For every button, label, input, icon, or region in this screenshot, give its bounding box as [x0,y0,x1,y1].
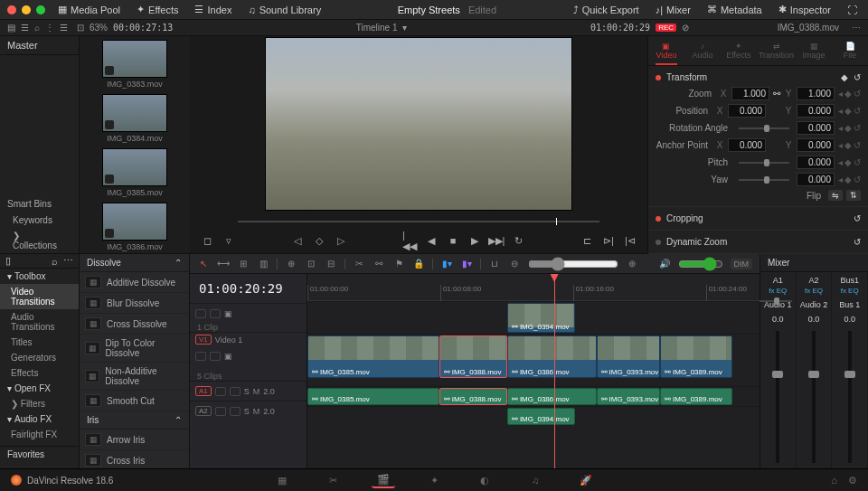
opacity-slider[interactable] [756,300,792,302]
timeline-clip[interactable]: ⚯ IMG_0385.mov [307,388,439,405]
flip-h-button[interactable]: ⇋ [828,190,843,201]
transform-header[interactable]: Transform◆↺ [656,70,861,85]
zoom-slider[interactable] [528,257,618,271]
trim-tool-icon[interactable]: ⟷ [217,258,230,270]
stop-icon[interactable]: ■ [446,233,460,248]
marker-blue-icon[interactable]: ▮▾ [440,258,453,270]
page-color[interactable]: ◐ [473,472,496,488]
page-edit[interactable]: 🎬 [372,472,395,488]
in-point-icon[interactable]: ⊳| [601,233,616,248]
kf-reset-icon[interactable]: ↺ [854,89,861,99]
inspector-toggle[interactable]: ✱ Inspector [775,2,835,17]
timeline-tracks[interactable]: 01:00:00:0001:00:08:0001:00:16:0001:00:2… [307,274,760,468]
pool-clip[interactable]: IMG_0385.mov [102,148,167,201]
index-toggle[interactable]: ☰ Index [191,2,235,17]
match-frame-icon[interactable]: ⊏ [580,233,594,248]
pitch-slider[interactable] [739,162,789,164]
last-frame-icon[interactable]: ▶▶| [489,233,504,248]
fader[interactable] [797,326,833,468]
timeline-clip[interactable]: ⚯ IMG_0389.mov [660,388,732,405]
link-icon[interactable]: ⚯ [773,89,780,99]
quick-export-button[interactable]: ⤴ Quick Export [570,3,643,17]
a2-track-header[interactable]: A2SM2.0 [190,401,307,420]
zoom-y-input[interactable] [797,87,835,100]
fx-item[interactable]: ▦Blur Dissolve [80,293,189,314]
cropping-header[interactable]: Cropping↺ [656,211,861,226]
timeline-clip[interactable]: ⚯ IMG_0386.mov [507,335,597,378]
replace-icon[interactable]: ⊟ [325,258,337,270]
fx-item[interactable]: ▦Additive Dissolve [80,272,189,293]
kf-prev-icon[interactable]: ◂ [838,89,843,99]
smart-bin-keywords[interactable]: Keywords [0,212,79,228]
minimize-window[interactable] [22,5,31,14]
fx-titles[interactable]: Titles [0,335,79,350]
fader[interactable] [760,326,797,468]
fx-filters[interactable]: ❯ Filters [0,396,79,411]
pos-y-input[interactable] [797,104,835,118]
viewer-mode-icon[interactable]: ▿ [222,233,236,248]
fader[interactable] [832,326,868,468]
dynamic-trim-icon[interactable]: ⊞ [237,258,250,270]
dim-button[interactable]: DIM [731,259,753,269]
fx-video-transitions[interactable]: Video Transitions [0,284,79,309]
close-window[interactable] [7,5,16,14]
v1-tag[interactable]: V1 [195,335,212,345]
volume-icon[interactable]: 🔊 [658,258,671,270]
marker-purple-icon[interactable]: ▮▾ [460,258,473,270]
insert-icon[interactable]: ⊕ [285,258,297,270]
marker-tool-icon[interactable]: ◻ [200,233,214,248]
sort-icon[interactable]: ⋮ [45,23,54,33]
timeline-clip[interactable]: ⚯ IMG_0386.mov [507,388,597,405]
keyframe-icon[interactable]: ◆ [841,72,848,82]
viewer-zoom[interactable]: 63% [90,23,108,33]
fx-fairlight[interactable]: Fairlight FX [0,427,79,442]
reset-icon[interactable]: ↺ [854,72,861,82]
bin-view-icon[interactable]: ▤ [7,23,15,33]
fit-icon[interactable]: ⊡ [77,23,84,33]
timeline-clip[interactable]: ⚯ IMG_0389.mov [660,335,732,378]
timeline-ruler[interactable]: 01:00:00:0001:00:08:0001:00:16:0001:00:2… [307,274,760,301]
eq-button[interactable]: fx EQ [797,287,832,295]
maximize-window[interactable] [36,5,45,14]
zoom-x-input[interactable] [731,87,769,100]
loop-icon[interactable]: ↻ [511,233,525,248]
media-pool-toggle[interactable]: ▦ Media Pool [54,2,124,17]
pos-x-input[interactable] [728,104,766,118]
a2-tag[interactable]: A2 [195,406,212,416]
prev-frame-icon[interactable]: ◀ [424,233,439,248]
pool-clip[interactable]: IMG_0386.mov [102,203,167,253]
zoom-in-icon[interactable]: ⊕ [626,258,638,270]
timeline-name[interactable]: Timeline 1 [356,23,398,33]
link-icon[interactable]: ⚯ [373,258,385,270]
fx-effects[interactable]: Effects [0,365,79,381]
toolbox-header[interactable]: ▾ Toolbox [0,269,79,284]
search-icon[interactable]: ⌕ [52,256,58,267]
flag-icon[interactable]: ⚑ [392,258,405,270]
sound-library-toggle[interactable]: ♫ Sound Library [244,3,325,17]
a1-track-header[interactable]: A1SM2.0 [190,381,307,401]
tab-transition[interactable]: ⇄Transition [757,36,796,65]
effects-toggle[interactable]: ✦ Effects [133,2,182,17]
page-media[interactable]: ▦ [270,472,294,488]
list-view-icon[interactable]: ☰ [21,23,29,33]
chevron-down-icon[interactable]: ▾ [402,23,407,33]
enable-dot-icon[interactable] [656,75,661,80]
master-bin[interactable]: Master [0,36,79,55]
fx-item[interactable]: ▦Smooth Cut [80,391,189,411]
eq-button[interactable]: fx EQ [832,287,867,295]
fx-item[interactable]: ▦Dip To Color Dissolve [80,335,189,363]
tab-image[interactable]: ▦Image [796,36,832,65]
home-icon[interactable]: ⌂ [831,475,837,486]
metadata-toggle[interactable]: ⌘ Metadata [703,2,766,17]
viewer-scrubber[interactable] [238,216,599,227]
prev-edit-icon[interactable]: ◁ [290,233,305,248]
tab-audio[interactable]: ♪Audio [684,36,721,65]
zoom-out-icon[interactable]: ⊖ [508,258,521,270]
pool-clip[interactable]: IMG_0383.mov [102,40,167,92]
razor-icon[interactable]: ✂ [353,258,365,270]
yaw-slider[interactable] [739,179,789,181]
mixer-toggle[interactable]: ♪| Mixer [652,3,694,17]
kf-icon[interactable]: ◇ [312,233,326,248]
timeline-clip[interactable]: ⚯ IMG_0393.mov [597,388,661,405]
page-deliver[interactable]: 🚀 [574,472,598,488]
